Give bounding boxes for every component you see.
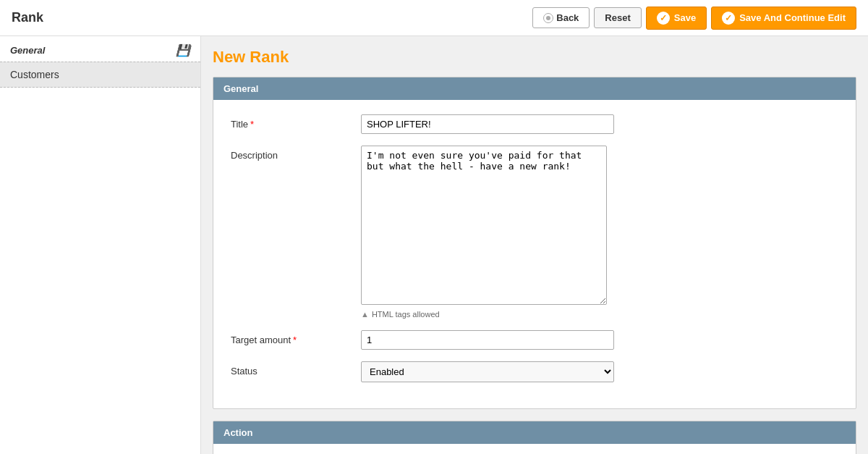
new-rank-title-container: New Rank	[213, 48, 856, 67]
save-button[interactable]: ✓ Save	[646, 7, 707, 30]
target-amount-input[interactable]	[361, 330, 614, 350]
general-panel-header: General	[213, 77, 856, 100]
save-continue-check-icon: ✓	[722, 12, 735, 25]
title-field	[361, 114, 838, 134]
new-rank-title: New Rank	[213, 48, 289, 66]
target-amount-required: *	[293, 335, 297, 345]
back-button[interactable]: Back	[532, 7, 590, 28]
back-icon	[543, 13, 553, 23]
title-row: Title*	[231, 114, 838, 134]
sidebar-section-general: General 💾	[0, 36, 200, 62]
description-label: Description	[231, 146, 361, 161]
content-area: New Rank General Title*	[201, 36, 868, 454]
save-continue-button[interactable]: ✓ Save And Continue Edit	[711, 7, 856, 30]
action-panel-header: Action	[213, 421, 856, 444]
sidebar-save-icon: 💾	[176, 43, 190, 57]
sidebar: General 💾 Customers	[0, 36, 201, 454]
html-hint-icon: ▲	[361, 310, 369, 319]
description-field: I'm not even sure you've paid for that b…	[361, 146, 838, 319]
main-layout: General 💾 Customers New Rank General Tit…	[0, 36, 868, 454]
status-select[interactable]: Enabled Disabled	[361, 361, 614, 382]
top-header: Rank Back Reset ✓ Save ✓ Save And Contin…	[0, 0, 868, 36]
svg-point-1	[546, 16, 550, 20]
html-hint: ▲ HTML tags allowed	[361, 310, 838, 319]
action-panel-body: Move customer to group Do not change gro…	[213, 444, 856, 454]
general-panel-body: Title* Description I'm not even sure you…	[213, 100, 856, 408]
title-label: Title*	[231, 114, 361, 130]
page-title: Rank	[12, 10, 43, 25]
save-check-icon: ✓	[657, 12, 670, 25]
target-amount-row: Target amount*	[231, 330, 838, 350]
status-label: Status	[231, 361, 361, 377]
action-panel: Action Move customer to group Do not cha…	[213, 421, 856, 454]
description-textarea[interactable]: I'm not even sure you've paid for that b…	[361, 146, 607, 305]
title-required: *	[250, 119, 254, 130]
sidebar-item-customers[interactable]: Customers	[0, 62, 200, 88]
reset-button[interactable]: Reset	[594, 7, 641, 28]
general-panel: General Title* Description	[213, 77, 856, 409]
target-amount-field	[361, 330, 838, 350]
status-field: Enabled Disabled	[361, 361, 838, 382]
header-actions: Back Reset ✓ Save ✓ Save And Continue Ed…	[532, 7, 856, 30]
status-row: Status Enabled Disabled	[231, 361, 838, 382]
description-row: Description I'm not even sure you've pai…	[231, 146, 838, 319]
target-amount-label: Target amount*	[231, 330, 361, 345]
title-input[interactable]	[361, 114, 614, 134]
